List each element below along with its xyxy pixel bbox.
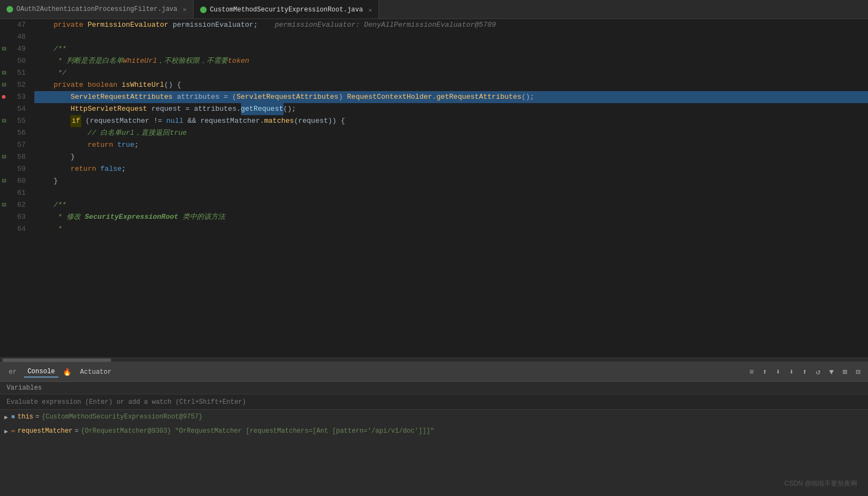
tab-label-oauth2: OAuth2AuthenticationProcessingFilter.jav…: [16, 5, 177, 13]
toolbar-icon-down1[interactable]: ⬇: [774, 366, 782, 378]
tab-oauth2[interactable]: OAuth2AuthenticationProcessingFilter.jav…: [0, 0, 194, 19]
toolbar-icon-dash[interactable]: ⊟: [854, 366, 863, 378]
var-val-requestMatcher: {OrRequestMatcher@9303} "OrRequestMatche…: [81, 427, 434, 435]
tab-icon-custom: [200, 7, 207, 13]
var-eq-this: =: [35, 413, 39, 421]
tab-label-custom: CustomMethodSecurityExpressionRoot.java: [210, 6, 363, 14]
line-47: 47: [0, 19, 30, 31]
line-59: 59: [0, 163, 30, 175]
variables-label: Variables: [7, 384, 42, 392]
line-53: ● 53: [0, 91, 30, 103]
code-line-50: * 判断是否是白名单WhiteUrl，不校验权限，不需要token: [34, 55, 868, 67]
tab-close-oauth2[interactable]: ✕: [183, 6, 186, 13]
var-name-requestMatcher: requestMatcher: [17, 427, 73, 435]
var-eq-requestMatcher: =: [75, 427, 79, 435]
line-48: 48: [0, 31, 30, 43]
expand-this[interactable]: ▶: [4, 414, 8, 421]
code-line-64: *: [34, 223, 868, 235]
var-icon-requestMatcher: ∞: [11, 428, 15, 434]
line-54: 54: [0, 103, 30, 115]
var-val-this: {CustomMethodSecurityExpressionRoot@9757…: [41, 413, 202, 421]
line-56: 56: [0, 127, 30, 139]
code-line-47: private PermissionEvaluator permissionEv…: [34, 19, 868, 31]
var-name-this: this: [17, 413, 33, 421]
toolbar-icon-arrow[interactable]: ▼: [827, 367, 836, 378]
watermark: CSDN @啦啦不要熬夜啊: [784, 479, 857, 488]
line-61: 61: [0, 187, 30, 199]
var-icon-this: ■: [11, 414, 15, 420]
variables-panel: Evaluate expression (Enter) or add a wat…: [0, 395, 868, 496]
toolbar-tab-er[interactable]: er: [5, 367, 20, 377]
horizontal-scrollbar[interactable]: [0, 357, 868, 362]
line-62: ⊟ 62: [0, 199, 30, 211]
code-line-59: return false;: [34, 163, 868, 175]
toolbar-icon-refresh[interactable]: ↺: [813, 366, 822, 378]
line-52: ⊟ 52: [0, 79, 30, 91]
code-line-53: ServletRequestAttributes attributes = (S…: [34, 91, 868, 103]
toolbar-tab-actuator[interactable]: Actuator: [77, 367, 115, 377]
code-editor[interactable]: private PermissionEvaluator permissionEv…: [30, 19, 868, 357]
line-49: ⊟ 49: [0, 43, 30, 55]
toolbar-icon-grid[interactable]: ⊞: [840, 366, 849, 378]
code-line-56: // 白名单url，直接返回true: [34, 127, 868, 139]
eval-bar[interactable]: Evaluate expression (Enter) or add a wat…: [0, 395, 868, 410]
line-63: 63: [0, 211, 30, 223]
editor-area: 47 48 ⊟ 49 50 ⊟ 51 ⊟ 52 ● 53 54 ⊟ 55: [0, 19, 868, 357]
code-line-60: }: [34, 175, 868, 187]
panel-toolbar: er Console 🔥 Actuator ≡ ⬆ ⬇ ⬇ ⬆ ↺ ▼ ⊞ ⊟: [0, 362, 868, 382]
line-58: ⊟ 58: [0, 151, 30, 163]
actuator-icon: 🔥: [63, 368, 71, 377]
line-64: 64: [0, 223, 30, 235]
tab-bar: OAuth2AuthenticationProcessingFilter.jav…: [0, 0, 868, 19]
code-line-54: HttpServletRequest request = attributes.…: [34, 103, 868, 115]
line-50: 50: [0, 55, 30, 67]
tab-close-custom[interactable]: ✕: [369, 7, 372, 14]
line-55: ⊟ 55: [0, 115, 30, 127]
code-line-52: private boolean isWhiteUrl() {: [34, 79, 868, 91]
tab-icon-oauth2: [7, 6, 13, 13]
code-line-57: return true;: [34, 139, 868, 151]
code-line-61: [34, 187, 868, 199]
code-line-49: /**: [34, 43, 868, 55]
expand-requestMatcher[interactable]: ▶: [4, 428, 8, 435]
code-line-48: [34, 31, 868, 43]
line-57: 57: [0, 139, 30, 151]
code-line-51: */: [34, 67, 868, 79]
variable-requestMatcher[interactable]: ▶ ∞ requestMatcher = {OrRequestMatcher@9…: [0, 424, 868, 438]
line-60: ⊟ 60: [0, 175, 30, 187]
code-line-58: }: [34, 151, 868, 163]
bottom-panel: er Console 🔥 Actuator ≡ ⬆ ⬇ ⬇ ⬆ ↺ ▼ ⊞ ⊟ …: [0, 362, 868, 496]
toolbar-tab-console[interactable]: Console: [24, 367, 58, 378]
toolbar-icon-list[interactable]: ≡: [747, 367, 756, 378]
code-line-62: /**: [34, 199, 868, 211]
toolbar-icon-up1[interactable]: ⬆: [761, 366, 769, 378]
line-51: ⊟ 51: [0, 67, 30, 79]
line-numbers: 47 48 ⊟ 49 50 ⊟ 51 ⊟ 52 ● 53 54 ⊟ 55: [0, 19, 30, 357]
code-line-63: * 修改 SecurityExpressionRoot 类中的该方法: [34, 211, 868, 223]
variables-header: Variables: [0, 382, 868, 395]
code-line-55: if (requestMatcher != null && requestMat…: [34, 115, 868, 127]
tab-custom[interactable]: CustomMethodSecurityExpressionRoot.java …: [194, 0, 379, 19]
toolbar-icon-up2[interactable]: ⬆: [800, 366, 809, 378]
toolbar-icon-down2[interactable]: ⬇: [787, 366, 795, 378]
scrollbar-thumb[interactable]: [2, 358, 111, 362]
variable-this[interactable]: ▶ ■ this = {CustomMethodSecurityExpressi…: [0, 410, 868, 424]
eval-placeholder: Evaluate expression (Enter) or add a wat…: [7, 398, 246, 406]
